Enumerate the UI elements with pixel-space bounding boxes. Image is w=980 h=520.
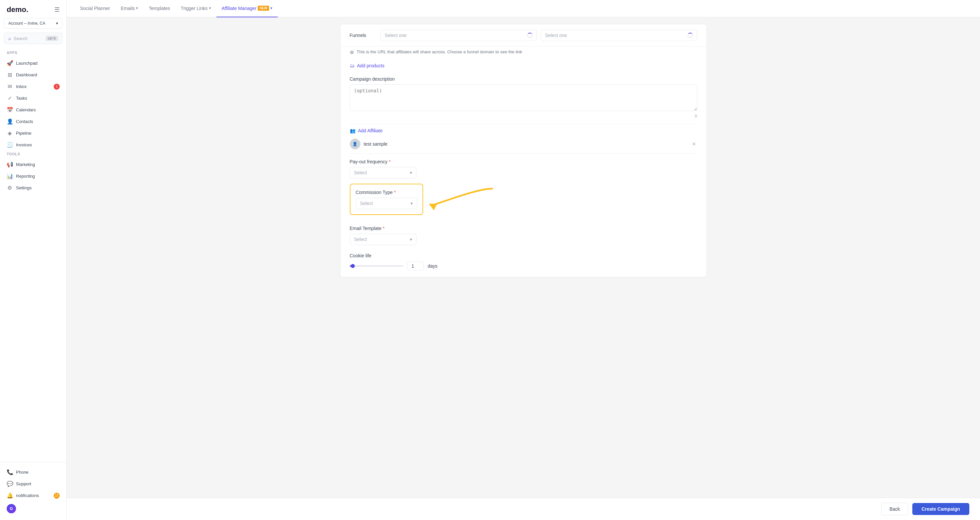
payout-placeholder: Select — [354, 170, 367, 175]
sidebar-item-label: Marketing — [16, 162, 35, 167]
cookie-slider-row: days — [350, 262, 697, 270]
sidebar-item-reporting[interactable]: 📊 Reporting — [0, 170, 66, 182]
chevron-down-icon: ▾ — [56, 21, 58, 25]
description-input[interactable] — [350, 84, 697, 111]
apps-section-label: Apps — [0, 49, 66, 57]
tab-label: Affiliate Manager — [222, 6, 257, 11]
search-icon: ⌕ — [8, 36, 11, 41]
sidebar-item-label: Settings — [16, 185, 32, 190]
sidebar-bottom: 📞 Phone 💬 Support 🔔 notifications 15 G — [0, 462, 66, 520]
funnels-label: Funnels — [350, 33, 377, 38]
settings-icon: ⚙ — [7, 184, 13, 191]
description-label: Campaign description — [350, 76, 697, 82]
inbox-badge: 1 — [54, 84, 60, 90]
inbox-icon: ✉ — [7, 83, 13, 90]
search-bar[interactable]: ⌕ Search ctrl K — [4, 33, 62, 44]
email-template-placeholder: Select — [354, 237, 367, 242]
cookie-days-input[interactable] — [407, 262, 424, 270]
top-nav: Social Planner Emails ▾ Templates Trigge… — [67, 0, 980, 17]
sidebar-item-pipeline[interactable]: ◈ Pipeline — [0, 127, 66, 139]
commission-type-label: Commission Type * — [356, 190, 417, 195]
sidebar-item-label: Tasks — [16, 95, 27, 101]
avatar-icon: 👤 — [352, 142, 358, 146]
form-card: Funnels Select one Select one ⚙ This is … — [340, 24, 707, 277]
sidebar-item-phone[interactable]: 📞 Phone — [0, 466, 66, 478]
tab-affiliate-manager[interactable]: Affiliate Manager NEW ▾ — [216, 0, 278, 17]
required-star-email: * — [383, 226, 385, 231]
sidebar-item-launchpad[interactable]: 🚀 Launchpad — [0, 57, 66, 69]
sidebar-item-settings[interactable]: ⚙ Settings — [0, 182, 66, 194]
sidebar-item-label: Dashboard — [16, 72, 37, 77]
commission-type-select[interactable]: Select ▾ — [356, 198, 417, 209]
chevron-down-icon: ▾ — [410, 170, 412, 175]
payout-select[interactable]: Select ▾ — [350, 167, 417, 178]
add-affiliate-icon: 👥 — [350, 128, 355, 134]
tab-social-planner[interactable]: Social Planner — [75, 0, 115, 17]
sidebar-item-label: Launchpad — [16, 60, 37, 66]
email-template-section: Email Template * Select ▾ — [340, 220, 706, 250]
add-products-label: Add products — [357, 63, 385, 68]
sidebar-item-label: Invoices — [16, 142, 32, 147]
sidebar-item-dashboard[interactable]: ⊞ Dashboard — [0, 69, 66, 81]
add-products-button[interactable]: 🗂 Add products — [340, 60, 394, 74]
tab-label: Trigger Links — [181, 6, 207, 11]
email-template-select[interactable]: Select ▾ — [350, 234, 417, 245]
sidebar-item-invoices[interactable]: 🧾 Invoices — [0, 139, 66, 151]
notification-badge: 15 — [54, 493, 60, 499]
commission-type-box: Commission Type * Select ▾ — [350, 184, 423, 215]
create-campaign-button[interactable]: Create Campaign — [912, 503, 969, 515]
char-count: 0 — [350, 114, 697, 118]
chevron-down-icon: ▾ — [270, 6, 272, 10]
sidebar-item-support[interactable]: 💬 Support — [0, 478, 66, 490]
support-icon: 💬 — [7, 481, 13, 487]
sidebar-item-profile[interactable]: G — [0, 501, 66, 516]
sidebar-item-label: Support — [16, 481, 31, 486]
sidebar-item-inbox[interactable]: ✉ Inbox 1 — [0, 81, 66, 92]
add-affiliate-label: Add Affiliate — [358, 128, 383, 134]
back-button[interactable]: Back — [881, 503, 908, 515]
tab-emails[interactable]: Emails ▾ — [115, 0, 143, 17]
add-products-icon: 🗂 — [350, 63, 355, 68]
search-shortcut: ctrl K — [46, 36, 58, 41]
arrow-annotation — [425, 185, 499, 213]
calendars-icon: 📅 — [7, 107, 13, 113]
marketing-icon: 📢 — [7, 161, 13, 168]
commission-type-wrapper: Commission Type * Select ▾ — [340, 184, 706, 220]
sidebar-item-tasks[interactable]: ✓ Tasks — [0, 92, 66, 104]
affiliate-avatar: 👤 — [350, 139, 360, 149]
footer-bar: Back Create Campaign — [67, 498, 980, 520]
sidebar-item-calendars[interactable]: 📅 Calendars — [0, 104, 66, 116]
remove-affiliate-button[interactable]: × — [691, 139, 697, 149]
search-label: Search — [14, 36, 27, 41]
tab-templates[interactable]: Templates — [143, 0, 175, 17]
sidebar-item-notifications[interactable]: 🔔 notifications 15 — [0, 490, 66, 501]
svg-marker-0 — [429, 204, 437, 210]
reporting-icon: 📊 — [7, 173, 13, 179]
funnels-select-2[interactable]: Select one — [541, 30, 697, 41]
tab-trigger-links[interactable]: Trigger Links ▾ — [175, 0, 216, 17]
funnels-placeholder-2: Select one — [545, 33, 567, 38]
url-info: ⚙ This is the URL that affiliates will s… — [340, 47, 706, 60]
add-affiliate-button[interactable]: 👥 Add Affiliate — [340, 124, 392, 136]
sidebar-item-label: Calendars — [16, 107, 36, 112]
slider-thumb[interactable] — [351, 264, 355, 268]
cookie-life-label: Cookie life — [350, 253, 697, 258]
affiliate-name: test sample — [364, 142, 687, 147]
new-badge: NEW — [258, 6, 269, 11]
cookie-section: Cookie life days — [340, 250, 706, 277]
url-info-text: This is the URL that affiliates will sha… — [357, 49, 522, 54]
description-section: Campaign description 0 — [340, 74, 706, 124]
account-selector[interactable]: Account -- Irvine, CA ▾ — [4, 18, 62, 29]
sidebar-item-label: Phone — [16, 470, 29, 475]
loading-spinner-2 — [687, 33, 693, 38]
sidebar-item-contacts[interactable]: 👤 Contacts — [0, 116, 66, 127]
commission-type-placeholder: Select — [360, 201, 373, 206]
sidebar-item-marketing[interactable]: 📢 Marketing — [0, 159, 66, 170]
tab-label: Templates — [149, 6, 170, 11]
hamburger-button[interactable]: ☰ — [54, 6, 60, 13]
cookie-slider-track — [350, 266, 403, 267]
funnels-select[interactable]: Select one — [380, 30, 537, 41]
pipeline-icon: ◈ — [7, 130, 13, 136]
chevron-down-icon: ▾ — [410, 237, 412, 242]
days-label: days — [428, 263, 438, 269]
